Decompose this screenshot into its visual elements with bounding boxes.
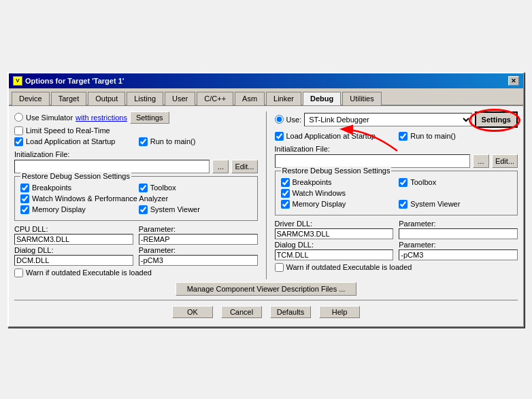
right-memory-display-row: Memory Display bbox=[281, 200, 394, 209]
left-cpu-dll-label: CPU DLL: bbox=[14, 225, 133, 233]
left-cpu-dll-col: CPU DLL: bbox=[14, 225, 133, 245]
main-dialog: V Options for Target 'Target 1' ✕ Device… bbox=[7, 72, 525, 328]
ok-button[interactable]: OK bbox=[172, 306, 213, 318]
right-init-file-row: ... Edit... bbox=[275, 154, 518, 168]
right-breakpoints-row: Breakpoints bbox=[281, 178, 394, 187]
right-run-to-main-checkbox[interactable] bbox=[399, 132, 408, 141]
left-load-app-checkbox[interactable] bbox=[14, 137, 23, 146]
left-memory-display-label: Memory Display bbox=[32, 205, 86, 213]
left-watch-windows-row: Watch Windows & Performance Analyzer bbox=[20, 194, 252, 203]
right-restore-group: Restore Debug Session Settings Breakpoin… bbox=[275, 171, 518, 215]
right-load-run-row: Load Application at Startup Run to main(… bbox=[275, 132, 518, 143]
right-init-edit-button[interactable]: Edit... bbox=[492, 154, 518, 168]
right-init-file-input[interactable] bbox=[275, 154, 470, 168]
help-button[interactable]: Help bbox=[319, 306, 360, 318]
right-driver-dll-input[interactable] bbox=[275, 228, 394, 239]
manage-component-button[interactable]: Manage Component Viewer Description File… bbox=[176, 282, 357, 296]
right-restore-inner: Breakpoints Toolbox Watch Windows bbox=[281, 178, 512, 211]
right-driver-dll-col: Driver DLL: bbox=[275, 220, 394, 239]
simulator-radio[interactable] bbox=[14, 113, 23, 122]
left-dialog-dll-label: Dialog DLL: bbox=[14, 246, 133, 254]
left-system-viewer-row: System Viewer bbox=[139, 205, 252, 214]
left-bp-toolbox-row: Breakpoints Toolbox bbox=[20, 184, 252, 194]
left-breakpoints-checkbox[interactable] bbox=[20, 184, 29, 192]
left-watch-windows-checkbox[interactable] bbox=[20, 194, 29, 203]
right-dialog-param-label: Parameter: bbox=[399, 241, 518, 249]
left-restore-group: Restore Debug Session Settings Breakpoin… bbox=[14, 176, 258, 221]
left-cpu-param-input[interactable] bbox=[139, 234, 258, 245]
left-cpu-dll-input[interactable] bbox=[14, 234, 133, 245]
left-system-viewer-checkbox[interactable] bbox=[139, 205, 148, 214]
cancel-button[interactable]: Cancel bbox=[221, 306, 262, 318]
right-load-app-checkbox[interactable] bbox=[275, 132, 284, 141]
limit-speed-checkbox[interactable] bbox=[14, 126, 23, 135]
title-bar: V Options for Target 'Target 1' ✕ bbox=[9, 73, 523, 88]
right-dll-section: Driver DLL: Parameter: Dialog DLL: bbox=[275, 220, 518, 260]
left-memory-display-row: Memory Display bbox=[20, 205, 133, 214]
tab-asm[interactable]: Asm bbox=[235, 92, 265, 105]
left-toolbox-checkbox[interactable] bbox=[139, 184, 148, 192]
right-panel: Use: ST-Link Debugger Settings Load Appl… bbox=[275, 111, 518, 279]
right-memory-display-checkbox[interactable] bbox=[281, 200, 290, 209]
tab-output[interactable]: Output bbox=[88, 92, 125, 105]
simulator-label: Use Simulator bbox=[26, 114, 73, 122]
left-panel: Use Simulator with restrictions Settings… bbox=[14, 111, 258, 279]
left-init-browse-button[interactable]: ... bbox=[212, 160, 229, 173]
right-debugger-select[interactable]: ST-Link Debugger bbox=[304, 113, 471, 126]
right-mem-sysviewer-row: Memory Display System Viewer bbox=[281, 200, 512, 211]
right-watch-windows-row: Watch Windows bbox=[281, 189, 512, 198]
right-settings-button[interactable]: Settings bbox=[475, 111, 518, 128]
vertical-divider bbox=[266, 111, 267, 279]
right-watch-windows-checkbox[interactable] bbox=[281, 189, 290, 198]
right-dialog-dll-col: Dialog DLL: bbox=[275, 241, 394, 260]
tab-utilities[interactable]: Utilities bbox=[342, 92, 381, 105]
right-warn-checkbox[interactable] bbox=[275, 263, 284, 272]
bottom-buttons: OK Cancel Defaults Help bbox=[14, 300, 518, 321]
left-memory-display-checkbox[interactable] bbox=[20, 205, 29, 214]
right-restore-group-title: Restore Debug Session Settings bbox=[281, 167, 392, 175]
left-warn-checkbox[interactable] bbox=[14, 268, 23, 277]
simulator-row: Use Simulator with restrictions Settings bbox=[14, 111, 258, 124]
right-dialog-dll-input[interactable] bbox=[275, 249, 394, 260]
right-breakpoints-label: Breakpoints bbox=[293, 178, 332, 186]
right-system-viewer-label: System Viewer bbox=[410, 200, 460, 208]
close-button[interactable]: ✕ bbox=[508, 76, 519, 86]
left-cpu-param-label: Parameter: bbox=[139, 225, 258, 233]
right-driver-dll-label: Driver DLL: bbox=[275, 220, 394, 228]
defaults-button[interactable]: Defaults bbox=[270, 306, 311, 318]
tab-device[interactable]: Device bbox=[12, 92, 50, 105]
left-init-file-row: ... Edit... bbox=[14, 160, 258, 173]
right-use-label: Use: bbox=[286, 116, 302, 124]
right-use-radio[interactable] bbox=[275, 115, 284, 124]
right-system-viewer-checkbox[interactable] bbox=[399, 200, 408, 209]
window-title: Options for Target 'Target 1' bbox=[25, 77, 124, 85]
left-load-app-row: Load Application at Startup bbox=[14, 137, 133, 146]
tab-listing[interactable]: Listing bbox=[127, 92, 163, 105]
right-init-file-label: Initialization File: bbox=[275, 145, 518, 153]
with-restrictions-link[interactable]: with restrictions bbox=[76, 114, 127, 122]
right-driver-param-col: Parameter: bbox=[399, 220, 518, 239]
tab-target[interactable]: Target bbox=[51, 92, 87, 105]
tab-user[interactable]: User bbox=[165, 92, 195, 105]
tab-linker[interactable]: Linker bbox=[266, 92, 301, 105]
left-init-edit-button[interactable]: Edit... bbox=[231, 160, 257, 173]
left-run-to-main-checkbox[interactable] bbox=[139, 137, 148, 146]
right-dialog-param-input[interactable] bbox=[399, 249, 518, 260]
right-driver-param-label: Parameter: bbox=[399, 220, 518, 228]
right-toolbox-checkbox[interactable] bbox=[399, 178, 408, 187]
right-dialog-dll-row: Dialog DLL: Parameter: bbox=[275, 241, 518, 260]
left-dialog-param-input[interactable] bbox=[139, 255, 258, 266]
tabs-bar: Device Target Output Listing User C/C++ … bbox=[9, 88, 523, 106]
right-driver-param-input[interactable] bbox=[399, 228, 518, 239]
left-settings-button[interactable]: Settings bbox=[130, 111, 169, 124]
left-init-file-label: Initialization File: bbox=[14, 150, 258, 158]
left-run-to-main-row: Run to main() bbox=[139, 137, 258, 146]
left-dialog-dll-input[interactable] bbox=[14, 255, 133, 266]
tab-cpp[interactable]: C/C++ bbox=[197, 92, 233, 105]
right-breakpoints-checkbox[interactable] bbox=[281, 178, 290, 187]
tab-debug[interactable]: Debug bbox=[303, 92, 341, 105]
right-init-browse-button[interactable]: ... bbox=[473, 154, 489, 168]
limit-speed-label: Limit Speed to Real-Time bbox=[26, 126, 110, 135]
left-init-file-input[interactable] bbox=[14, 160, 210, 173]
left-toolbox-row: Toolbox bbox=[139, 184, 252, 192]
